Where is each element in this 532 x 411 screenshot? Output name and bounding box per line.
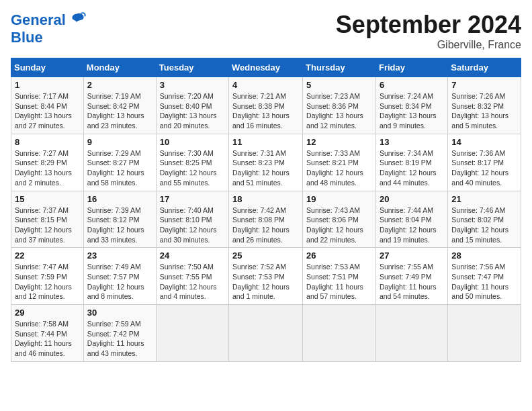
day-number: 27 — [380, 250, 444, 261]
day-number: 30 — [87, 308, 152, 318]
day-info: Sunrise: 7:26 AM Sunset: 8:32 PM Dayligh… — [451, 91, 517, 131]
day-number: 8 — [15, 137, 80, 147]
day-info: Sunrise: 7:34 AM Sunset: 8:19 PM Dayligh… — [380, 148, 444, 188]
calendar-cell: 3Sunrise: 7:20 AM Sunset: 8:40 PM Daylig… — [156, 77, 228, 134]
day-number: 11 — [232, 137, 299, 147]
day-info: Sunrise: 7:40 AM Sunset: 8:10 PM Dayligh… — [160, 205, 225, 245]
day-number: 16 — [87, 194, 152, 204]
day-number: 29 — [15, 308, 80, 318]
day-number: 23 — [87, 250, 152, 261]
day-number: 22 — [15, 250, 80, 261]
calendar-cell: 28Sunrise: 7:56 AM Sunset: 7:47 PM Dayli… — [448, 248, 521, 305]
logo-text-blue: Blue — [11, 30, 43, 46]
day-number: 2 — [87, 80, 152, 90]
calendar-cell: 13Sunrise: 7:34 AM Sunset: 8:19 PM Dayli… — [375, 134, 447, 191]
day-info: Sunrise: 7:47 AM Sunset: 7:59 PM Dayligh… — [15, 262, 80, 302]
weekday-friday: Friday — [375, 58, 447, 77]
day-info: Sunrise: 7:24 AM Sunset: 8:34 PM Dayligh… — [380, 91, 444, 131]
calendar-cell: 19Sunrise: 7:43 AM Sunset: 8:06 PM Dayli… — [303, 191, 376, 248]
calendar-cell: 1Sunrise: 7:17 AM Sunset: 8:44 PM Daylig… — [11, 77, 84, 134]
day-number: 5 — [306, 80, 372, 90]
weekday-thursday: Thursday — [303, 58, 376, 77]
calendar-cell: 2Sunrise: 7:19 AM Sunset: 8:42 PM Daylig… — [83, 77, 156, 134]
day-info: Sunrise: 7:17 AM Sunset: 8:44 PM Dayligh… — [15, 91, 80, 131]
calendar-cell — [229, 305, 303, 362]
day-number: 21 — [451, 194, 517, 204]
calendar-cell: 6Sunrise: 7:24 AM Sunset: 8:34 PM Daylig… — [375, 77, 447, 134]
calendar-cell: 25Sunrise: 7:52 AM Sunset: 7:53 PM Dayli… — [229, 248, 303, 305]
day-info: Sunrise: 7:52 AM Sunset: 7:53 PM Dayligh… — [232, 262, 299, 302]
calendar-table: SundayMondayTuesdayWednesdayThursdayFrid… — [11, 58, 521, 362]
calendar-cell: 18Sunrise: 7:42 AM Sunset: 8:08 PM Dayli… — [229, 191, 303, 248]
day-number: 15 — [15, 194, 80, 204]
day-info: Sunrise: 7:31 AM Sunset: 8:23 PM Dayligh… — [232, 148, 299, 188]
weekday-header-row: SundayMondayTuesdayWednesdayThursdayFrid… — [11, 58, 521, 77]
day-info: Sunrise: 7:53 AM Sunset: 7:51 PM Dayligh… — [306, 262, 372, 302]
calendar-cell: 14Sunrise: 7:36 AM Sunset: 8:17 PM Dayli… — [448, 134, 521, 191]
calendar-cell: 23Sunrise: 7:49 AM Sunset: 7:57 PM Dayli… — [83, 248, 156, 305]
day-number: 14 — [451, 137, 517, 147]
day-number: 28 — [451, 250, 517, 261]
calendar-cell: 29Sunrise: 7:58 AM Sunset: 7:44 PM Dayli… — [11, 305, 84, 362]
logo-bird-icon — [67, 11, 86, 30]
calendar-cell — [156, 305, 228, 362]
day-number: 17 — [160, 194, 225, 204]
day-info: Sunrise: 7:46 AM Sunset: 8:02 PM Dayligh… — [451, 205, 517, 245]
calendar-cell: 20Sunrise: 7:44 AM Sunset: 8:04 PM Dayli… — [375, 191, 447, 248]
calendar-cell: 12Sunrise: 7:33 AM Sunset: 8:21 PM Dayli… — [303, 134, 376, 191]
day-number: 12 — [306, 137, 372, 147]
day-info: Sunrise: 7:30 AM Sunset: 8:25 PM Dayligh… — [160, 148, 225, 188]
day-info: Sunrise: 7:49 AM Sunset: 7:57 PM Dayligh… — [87, 262, 152, 302]
day-info: Sunrise: 7:23 AM Sunset: 8:36 PM Dayligh… — [306, 91, 372, 131]
calendar-cell: 26Sunrise: 7:53 AM Sunset: 7:51 PM Dayli… — [303, 248, 376, 305]
calendar-cell: 10Sunrise: 7:30 AM Sunset: 8:25 PM Dayli… — [156, 134, 228, 191]
day-number: 13 — [380, 137, 444, 147]
weekday-wednesday: Wednesday — [229, 58, 303, 77]
day-info: Sunrise: 7:55 AM Sunset: 7:49 PM Dayligh… — [380, 262, 444, 302]
weekday-monday: Monday — [83, 58, 156, 77]
calendar-cell: 8Sunrise: 7:27 AM Sunset: 8:29 PM Daylig… — [11, 134, 84, 191]
calendar-body: 1Sunrise: 7:17 AM Sunset: 8:44 PM Daylig… — [11, 77, 521, 362]
weekday-saturday: Saturday — [448, 58, 521, 77]
day-number: 19 — [306, 194, 372, 204]
weekday-sunday: Sunday — [11, 58, 84, 77]
day-number: 25 — [232, 250, 299, 261]
day-number: 20 — [380, 194, 444, 204]
day-info: Sunrise: 7:59 AM Sunset: 7:42 PM Dayligh… — [87, 319, 152, 359]
day-number: 9 — [87, 137, 152, 147]
day-number: 4 — [232, 80, 299, 90]
calendar-cell: 17Sunrise: 7:40 AM Sunset: 8:10 PM Dayli… — [156, 191, 228, 248]
day-number: 26 — [306, 250, 372, 261]
calendar-cell: 24Sunrise: 7:50 AM Sunset: 7:55 PM Dayli… — [156, 248, 228, 305]
calendar-week-1: 1Sunrise: 7:17 AM Sunset: 8:44 PM Daylig… — [11, 77, 521, 134]
calendar-cell — [375, 305, 447, 362]
calendar-week-2: 8Sunrise: 7:27 AM Sunset: 8:29 PM Daylig… — [11, 134, 521, 191]
day-info: Sunrise: 7:20 AM Sunset: 8:40 PM Dayligh… — [160, 91, 225, 131]
calendar-week-3: 15Sunrise: 7:37 AM Sunset: 8:15 PM Dayli… — [11, 191, 521, 248]
day-info: Sunrise: 7:21 AM Sunset: 8:38 PM Dayligh… — [232, 91, 299, 131]
day-info: Sunrise: 7:36 AM Sunset: 8:17 PM Dayligh… — [451, 148, 517, 188]
day-info: Sunrise: 7:37 AM Sunset: 8:15 PM Dayligh… — [15, 205, 80, 245]
day-number: 1 — [15, 80, 80, 90]
day-info: Sunrise: 7:58 AM Sunset: 7:44 PM Dayligh… — [15, 319, 80, 359]
calendar-cell — [303, 305, 376, 362]
day-info: Sunrise: 7:29 AM Sunset: 8:27 PM Dayligh… — [87, 148, 152, 188]
logo-text-general: General — [11, 11, 66, 28]
day-number: 7 — [451, 80, 517, 90]
calendar-cell: 9Sunrise: 7:29 AM Sunset: 8:27 PM Daylig… — [83, 134, 156, 191]
day-info: Sunrise: 7:33 AM Sunset: 8:21 PM Dayligh… — [306, 148, 372, 188]
day-info: Sunrise: 7:42 AM Sunset: 8:08 PM Dayligh… — [232, 205, 299, 245]
calendar-week-5: 29Sunrise: 7:58 AM Sunset: 7:44 PM Dayli… — [11, 305, 521, 362]
calendar-cell — [448, 305, 521, 362]
day-number: 24 — [160, 250, 225, 261]
title-block: September 2024 Giberville, France — [336, 11, 521, 51]
day-info: Sunrise: 7:27 AM Sunset: 8:29 PM Dayligh… — [15, 148, 80, 188]
logo: General Blue — [11, 11, 86, 46]
day-info: Sunrise: 7:19 AM Sunset: 8:42 PM Dayligh… — [87, 91, 152, 131]
day-info: Sunrise: 7:39 AM Sunset: 8:12 PM Dayligh… — [87, 205, 152, 245]
day-info: Sunrise: 7:44 AM Sunset: 8:04 PM Dayligh… — [380, 205, 444, 245]
day-number: 18 — [232, 194, 299, 204]
calendar-cell: 5Sunrise: 7:23 AM Sunset: 8:36 PM Daylig… — [303, 77, 376, 134]
month-title: September 2024 — [336, 11, 521, 39]
day-info: Sunrise: 7:56 AM Sunset: 7:47 PM Dayligh… — [451, 262, 517, 302]
